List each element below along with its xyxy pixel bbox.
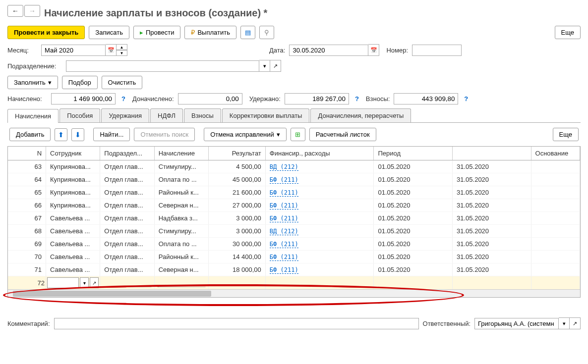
date-input[interactable] [289,45,368,56]
month-up-button[interactable]: ▲ [117,44,127,50]
more-button[interactable]: Еще [555,26,581,39]
col-basis[interactable]: Основание [531,147,580,160]
payslip-button[interactable]: Расчетный листок [309,128,376,141]
col-period[interactable]: Период [374,147,453,160]
find-button[interactable]: Найти... [93,128,130,141]
cell-financing[interactable]: БФ (211) [265,199,374,212]
tab-corrections[interactable]: Корректировки выплаты [222,108,310,122]
cell-financing[interactable]: ВД (212) [265,225,374,238]
chevron-down-icon: ▾ [277,131,280,138]
cell-financing[interactable]: БФ (211) [265,212,374,225]
employee-open[interactable]: ↗ [90,277,99,288]
responsible-dropdown[interactable]: ▾ [559,317,570,329]
edit-financing-cell[interactable] [265,276,374,290]
comment-input[interactable] [54,318,419,329]
edit-employee-cell[interactable]: ▾↗ [46,276,100,290]
date-calendar-button[interactable]: 📅 [368,44,379,56]
calendar-icon: 📅 [108,47,115,53]
report-button[interactable]: ▤ [240,26,255,39]
move-up-button[interactable]: ⬆ [55,128,67,141]
table-row[interactable]: 69Савельева ...Отдел глав...Оплата по ..… [8,238,580,251]
accrued-help[interactable]: ? [121,95,125,103]
table-row[interactable]: 71Савельева ...Отдел глав...Северная н..… [8,263,580,276]
cell-financing[interactable]: БФ (211) [265,173,374,186]
pick-button[interactable]: Подбор [62,76,98,89]
cell-period-start: 01.05.2020 [374,186,453,199]
col-period-end[interactable] [453,147,531,160]
tab-contributions[interactable]: Взносы [184,108,221,122]
dept-dropdown-button[interactable]: ▾ [259,60,270,72]
cancel-fix-button[interactable]: Отмена исправлений ▾ [204,128,287,141]
department-input[interactable] [66,60,259,72]
withheld-help[interactable]: ? [355,95,359,103]
col-n[interactable]: N [8,147,46,160]
responsible-open[interactable]: ↗ [570,317,581,329]
table-edit-row[interactable]: 72▾↗ [8,276,580,290]
pay-button[interactable]: ₽ Выплатить [184,26,236,39]
col-employee[interactable]: Сотрудник [46,147,100,160]
post-and-close-button[interactable]: Провести и закрыть [7,26,85,39]
col-financing[interactable]: Финансир., расходы [265,147,374,160]
edit-result-cell[interactable] [209,276,266,290]
responsible-input[interactable] [474,318,559,329]
horizontal-scrollbar[interactable] [8,289,580,297]
cell-financing[interactable]: ВД (212) [265,160,374,173]
table-row[interactable]: 67Савельева ...Отдел глав...Надбавка з..… [8,212,580,225]
move-down-button[interactable]: ⬇ [71,128,84,141]
employee-dropdown[interactable]: ▾ [80,277,89,288]
cell-financing[interactable]: БФ (211) [265,263,374,276]
tab-recalc[interactable]: Доначисления, перерасчеты [310,108,411,122]
employee-edit-input[interactable] [47,277,79,288]
cell-financing[interactable]: БФ (211) [265,186,374,199]
nav-forward-button[interactable]: → [24,5,40,17]
cancel-search-button[interactable]: Отменить поиск [134,128,195,141]
edit-period-start-cell[interactable] [374,276,453,290]
month-down-button[interactable]: ▼ [117,50,127,56]
table-row[interactable]: 64Куприянова...Отдел глав...Оплата по ..… [8,173,580,186]
cell-financing[interactable]: БФ (211) [265,238,374,251]
nav-back-button[interactable]: ← [7,5,23,17]
calendar-icon: 📅 [370,47,377,53]
table-more-button[interactable]: Еще [553,128,579,141]
post-button[interactable]: ▸ Провести [133,26,181,39]
clear-button[interactable]: Очистить [102,76,143,89]
add-row-button[interactable]: Добавить [9,128,51,141]
table-row[interactable]: 63Куприянова...Отдел глав...Стимулиру...… [8,160,580,173]
scrollbar-thumb[interactable] [13,291,211,297]
table-row[interactable]: 66Куприянова...Отдел глав...Северная н..… [8,199,580,212]
contrib-help[interactable]: ? [464,95,468,103]
edit-accrual-cell[interactable] [154,276,208,290]
cell-financing[interactable]: БФ (211) [265,251,374,263]
tab-benefits[interactable]: Пособия [59,108,100,122]
number-input[interactable] [412,45,462,56]
document-icon: ▤ [245,29,251,36]
edit-basis-cell[interactable] [531,276,580,290]
cell-accrual: Надбавка з... [154,212,208,225]
cell-n: 64 [8,173,46,186]
show-details-button[interactable]: ⊞ [291,128,305,141]
tab-accruals[interactable]: Начисления [7,109,59,123]
calendar-button[interactable]: 📅 [106,44,117,56]
col-department[interactable]: Подраздел... [100,147,154,160]
dept-open-button[interactable]: ↗ [270,60,281,72]
edit-period-end-cell[interactable] [453,276,531,290]
table-row[interactable]: 65Куприянова...Отдел глав...Районный к..… [8,186,580,199]
tab-ndfl[interactable]: НДФЛ [150,108,183,122]
col-result[interactable]: Результат [209,147,266,160]
table-row[interactable]: 70Савельева ...Отдел глав...Районный к..… [8,251,580,263]
save-button[interactable]: Записать [89,26,129,39]
accruals-table: N Сотрудник Подраздел... Начисление Резу… [7,146,581,298]
date-label: Дата: [269,47,285,54]
col-accrual[interactable]: Начисление [154,147,208,160]
fill-button[interactable]: Заполнить ▾ [7,76,58,89]
tab-deductions[interactable]: Удержания [101,108,149,122]
edit-department-cell[interactable] [100,276,154,290]
cell-period-end: 31.05.2020 [453,199,531,212]
month-input[interactable] [41,45,106,56]
table-row[interactable]: 68Савельева ...Отдел глав...Стимулиру...… [8,225,580,238]
cell-result: 30 000,00 [209,238,266,251]
cell-n: 65 [8,186,46,199]
cell-period-start: 01.05.2020 [374,251,453,263]
attachment-button[interactable]: ⚲ [259,26,274,39]
cell-period-end: 31.05.2020 [453,186,531,199]
